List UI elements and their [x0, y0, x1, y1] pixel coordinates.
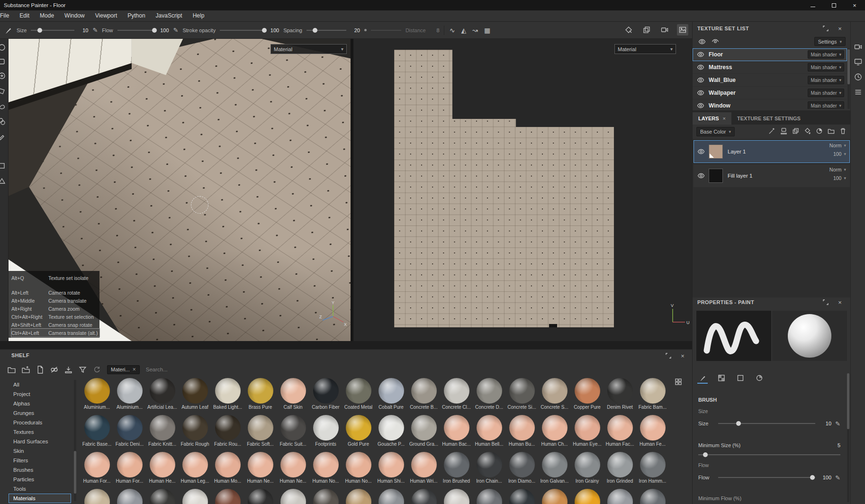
channel-dropdown[interactable]: Base Color ▾ [696, 127, 735, 136]
shelf-category-item[interactable]: Procedurals [9, 418, 71, 427]
flow-pressure-pen-icon[interactable]: ✎ [173, 27, 179, 34]
display-settings-icon[interactable] [854, 58, 862, 66]
shader-dropdown[interactable]: Main shader ▾ [808, 89, 844, 97]
texture-set-row[interactable]: Wall_Blue Main shader ▾ [693, 74, 847, 87]
tab-brush[interactable] [697, 373, 708, 384]
blend-mode-dropdown[interactable]: Norm ▾ [829, 143, 846, 148]
menu-item[interactable]: Edit [14, 10, 35, 21]
material-item[interactable]: Human Fe... [636, 414, 669, 451]
categories-scrollbar[interactable] [74, 380, 76, 501]
material-item[interactable]: Autumn Leaf [179, 377, 211, 414]
material-item[interactable] [244, 488, 277, 504]
material-item[interactable]: Iron Brushed [440, 451, 473, 488]
shader-dropdown[interactable]: Main shader ▾ [808, 76, 844, 84]
solo-eye-icon[interactable] [712, 38, 719, 45]
material-item[interactable] [146, 488, 179, 504]
size-slider[interactable] [31, 27, 74, 34]
material-item[interactable]: Aluminium... [113, 377, 146, 414]
material-item[interactable] [211, 488, 244, 504]
folder-icon[interactable] [8, 366, 16, 374]
shelf-category-item[interactable]: Particles [9, 475, 71, 484]
material-item[interactable]: Human Bac... [440, 414, 473, 451]
material-item[interactable]: Gouache P... [375, 414, 407, 451]
material-item[interactable] [440, 488, 473, 504]
flow-slider-handle[interactable] [152, 28, 157, 33]
min-size-slider[interactable] [698, 451, 840, 458]
tab-material[interactable] [754, 373, 765, 384]
paint-tool-icon[interactable] [0, 43, 6, 52]
flow-slider[interactable] [117, 27, 155, 34]
material-item[interactable]: Human Ne... [244, 451, 277, 488]
material-item[interactable]: Human For... [113, 451, 146, 488]
material-item[interactable]: Fabric Knitt... [146, 414, 179, 451]
brush-tool-icon[interactable] [4, 26, 12, 35]
shelf-category-item[interactable]: All [9, 380, 71, 389]
quick-mask-tool-icon[interactable] [0, 161, 6, 171]
history-icon[interactable] [854, 73, 862, 81]
material-item[interactable]: Iron Galvan... [538, 451, 571, 488]
slider-track[interactable] [718, 477, 815, 478]
properties-close-button[interactable]: × [836, 298, 844, 306]
properties-scrollbar[interactable] [847, 373, 849, 502]
material-item[interactable]: Ground Gra... [407, 414, 440, 451]
material-item[interactable]: Fabric Suit... [277, 414, 309, 451]
shelf-category-item[interactable]: Hard Surfaces [9, 437, 71, 446]
menu-item[interactable]: JavaScript [151, 10, 188, 21]
view-mode-dropdown-2d[interactable]: Material ▾ [614, 44, 676, 54]
slider-handle[interactable] [810, 475, 815, 480]
shelf-category-item[interactable]: Grunges [9, 408, 71, 418]
unlink-icon[interactable] [50, 366, 58, 374]
projection-tool-icon[interactable] [0, 71, 6, 81]
eye-icon[interactable] [697, 89, 704, 97]
shelf-category-item[interactable]: Alphas [9, 399, 71, 408]
opacity-dropdown[interactable]: 100 ▾ [833, 175, 846, 181]
material-item[interactable]: Human Ne... [277, 451, 309, 488]
material-item[interactable]: Human No... [342, 451, 375, 488]
shader-dropdown[interactable]: Main shader ▾ [808, 101, 844, 109]
material-item[interactable]: Iron Chain... [473, 451, 505, 488]
texture-set-list-close-button[interactable]: × [836, 25, 844, 32]
viewport-2d[interactable]: Material ▾ V U [353, 39, 692, 341]
eye-icon[interactable] [697, 172, 705, 180]
spacing-slider[interactable] [306, 27, 346, 34]
tab-alpha[interactable] [716, 373, 727, 384]
eye-icon[interactable] [697, 148, 705, 155]
opacity-dropdown[interactable]: 100 ▾ [833, 151, 846, 157]
maximize-button[interactable] [823, 0, 844, 10]
clone-tool-icon[interactable] [0, 117, 6, 126]
size-slider-handle[interactable] [37, 28, 42, 33]
material-item[interactable] [179, 488, 211, 504]
texture-set-row[interactable]: Wallpaper Main shader ▾ [693, 87, 847, 99]
eraser-tool-icon[interactable] [0, 57, 6, 66]
material-item[interactable]: Concrete Cl... [440, 377, 473, 414]
texture-set-list-detach-button[interactable] [822, 25, 829, 32]
layer-stack-view-button[interactable] [641, 24, 652, 36]
shelf-detach-button[interactable] [665, 352, 672, 360]
material-item[interactable] [407, 488, 440, 504]
material-item[interactable]: Footprints [309, 414, 342, 451]
material-item[interactable]: Baked Light... [211, 377, 244, 414]
material-item[interactable]: Iron Diamo... [505, 451, 538, 488]
material-item[interactable]: Gold Pure [342, 414, 375, 451]
falloff-curve-icon[interactable]: ∿ [449, 27, 456, 34]
shader-dropdown[interactable]: Main shader ▾ [808, 63, 844, 72]
flow-pressure-pen-icon[interactable]: ✎ [835, 474, 840, 481]
material-item[interactable]: Human He... [146, 451, 179, 488]
slider-track[interactable] [718, 423, 815, 424]
camera-view-button[interactable] [659, 24, 670, 36]
material-item[interactable]: Concrete Si... [505, 377, 538, 414]
shelf-category-item[interactable]: Brushes [9, 465, 71, 475]
material-item[interactable] [571, 488, 604, 504]
shelf-category-item[interactable]: Tools [9, 484, 71, 494]
eye-icon[interactable] [697, 63, 704, 71]
slider-handle[interactable] [703, 452, 708, 457]
material-item[interactable] [113, 488, 146, 504]
add-paint-layer-icon[interactable] [792, 127, 799, 135]
close-icon[interactable]: × [723, 116, 726, 121]
material-item[interactable] [604, 488, 636, 504]
menu-item[interactable]: Mode [35, 10, 59, 21]
add-decal-icon[interactable] [780, 127, 787, 135]
smudge-tool-icon[interactable] [0, 101, 6, 111]
size-pressure-pen-icon[interactable]: ✎ [92, 27, 98, 34]
layer-row[interactable]: Layer 1 Norm ▾ 100 ▾ [694, 140, 850, 163]
